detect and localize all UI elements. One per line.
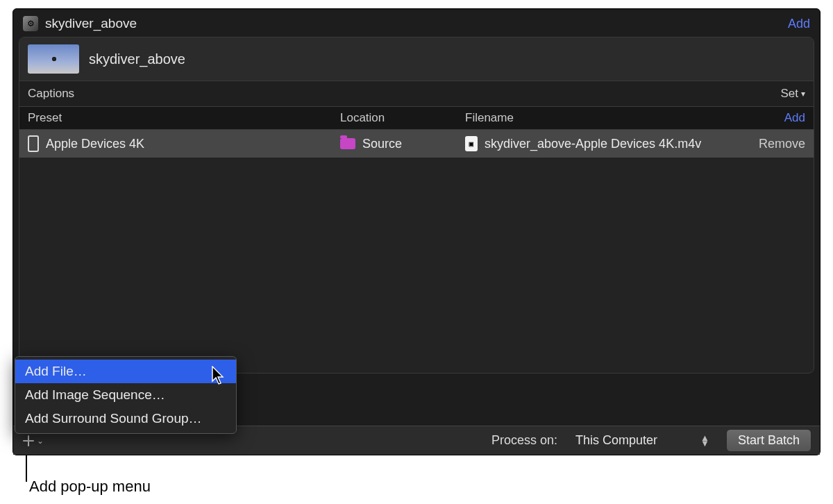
project-header: ⚙︎ skydiver_above Add <box>13 9 820 37</box>
device-icon <box>28 135 39 152</box>
popup-add-file[interactable]: Add File… <box>15 360 236 383</box>
cursor-icon <box>212 366 226 385</box>
add-popup-menu: Add File… Add Image Sequence… Add Surrou… <box>15 356 237 434</box>
chevron-down-icon: ⌄ <box>37 436 44 446</box>
col-preset: Preset <box>28 111 340 125</box>
location-name: Source <box>362 137 402 151</box>
column-headers: Preset Location Filename Add <box>19 107 814 130</box>
captions-set-label: Set <box>780 87 798 101</box>
callout-label: Add pop-up menu <box>29 478 151 496</box>
app-icon: ⚙︎ <box>23 16 38 31</box>
remove-button[interactable]: Remove <box>743 137 805 151</box>
job-title: skydiver_above <box>89 51 185 67</box>
captions-label: Captions <box>28 87 74 101</box>
output-row[interactable]: Apple Devices 4K Source ▣ skydiver_above… <box>19 130 814 158</box>
stepper-icon[interactable]: ▲▼ <box>700 435 709 446</box>
col-location: Location <box>340 111 465 125</box>
filename-cell[interactable]: ▣ skydiver_above-Apple Devices 4K.m4v <box>465 136 743 151</box>
job-panel: skydiver_above Captions Set ▾ Preset Loc… <box>19 37 814 373</box>
popup-add-surround[interactable]: Add Surround Sound Group… <box>15 407 236 430</box>
filename-name: skydiver_above-Apple Devices 4K.m4v <box>485 137 701 151</box>
preset-name: Apple Devices 4K <box>46 137 144 151</box>
folder-icon <box>340 138 355 149</box>
clip-thumbnail <box>28 44 79 74</box>
popup-add-imageseq[interactable]: Add Image Sequence… <box>15 383 236 407</box>
process-target-select[interactable]: This Computer <box>569 430 693 451</box>
plus-icon <box>22 434 35 448</box>
process-on-label: Process on: <box>491 433 557 448</box>
project-title: skydiver_above <box>45 16 788 31</box>
callout-line <box>26 455 27 482</box>
chevron-down-icon: ▾ <box>801 89 805 99</box>
add-preset-link[interactable]: Add <box>743 111 805 125</box>
location-cell[interactable]: Source <box>340 137 465 151</box>
file-icon: ▣ <box>465 136 478 151</box>
captions-row: Captions Set ▾ <box>19 81 814 107</box>
captions-set-button[interactable]: Set ▾ <box>780 87 805 101</box>
col-filename: Filename <box>465 111 743 125</box>
empty-area <box>19 158 814 373</box>
add-source-link[interactable]: Add <box>788 17 810 31</box>
job-header[interactable]: skydiver_above <box>19 37 814 81</box>
preset-cell: Apple Devices 4K <box>28 135 340 152</box>
start-batch-button[interactable]: Start Batch <box>726 429 811 452</box>
batch-window: ⚙︎ skydiver_above Add skydiver_above Cap… <box>12 8 821 455</box>
add-menu-button[interactable]: ⌄ <box>22 434 44 448</box>
